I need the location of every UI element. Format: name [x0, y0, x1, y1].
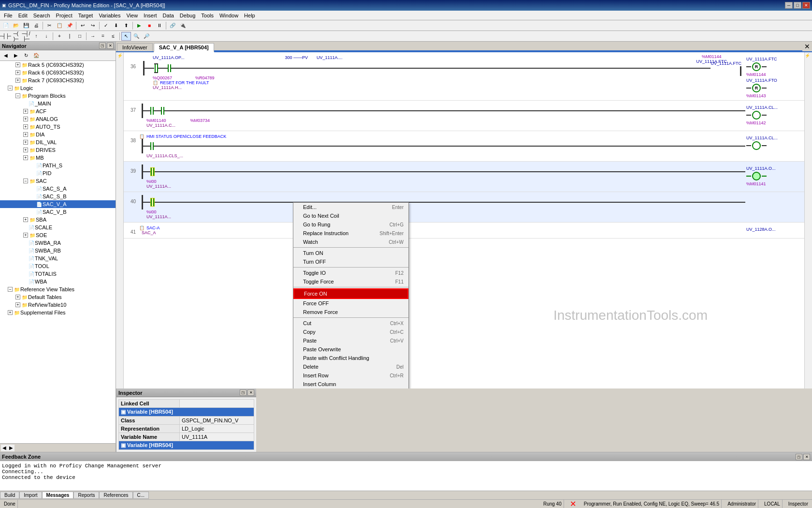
sac-expand[interactable]: − [23, 179, 28, 183]
tb-pause[interactable]: ⏸ [155, 21, 164, 30]
ctx-insert-row[interactable]: Insert Row Ctrl+R [293, 371, 408, 380]
tb2-posedge[interactable]: ↑ [31, 32, 41, 41]
tab-infoviewer[interactable]: InfoViewer [117, 43, 153, 51]
tree-item-main[interactable]: 📄 _MAIN [0, 100, 116, 107]
tree-item-defaulttables[interactable]: + 📁 Default Tables [0, 293, 116, 301]
nav-refresh[interactable]: ↻ [21, 51, 31, 60]
ctx-watch[interactable]: Watch Ctrl+W [293, 238, 408, 246]
tb-print[interactable]: 🖨 [31, 21, 41, 30]
tb2-search[interactable]: 🔍 [131, 32, 141, 41]
tb-run[interactable]: ▶ [134, 21, 144, 30]
tree-item-soe[interactable]: + 📁 SOE [0, 231, 116, 239]
refviewtables-expand[interactable]: − [8, 287, 13, 292]
nav-close-btn[interactable]: ✕ [107, 43, 114, 49]
tb-paste[interactable]: 📌 [65, 21, 74, 30]
tree-item-dia[interactable]: + 📁 DIA [0, 131, 116, 138]
ctx-copy[interactable]: Copy Ctrl+C [293, 328, 408, 336]
sba-expand[interactable]: + [23, 217, 28, 222]
tree-item-acf[interactable]: + 📁 ACF [0, 107, 116, 115]
tb-download[interactable]: ⬇ [111, 21, 121, 30]
tree-item-refviewtable10[interactable]: + 📁 RefViewTable10 [0, 301, 116, 309]
menu-file[interactable]: File [1, 12, 15, 19]
drives-expand[interactable]: + [23, 148, 28, 152]
tree-item-logic[interactable]: − 📁 Logic [0, 84, 116, 92]
menu-view[interactable]: View [123, 12, 141, 19]
tab-close-btn[interactable]: ✕ [802, 43, 812, 50]
tb2-block[interactable]: □ [75, 32, 85, 41]
tree-item-rack7[interactable]: + 📁 Rack 7 (IC693CHS392) [0, 76, 116, 84]
ctx-turn-on[interactable]: Turn ON [293, 249, 408, 257]
inspector-tab-btn[interactable]: Inspector [786, 501, 810, 507]
mb-expand[interactable]: + [23, 155, 28, 160]
tree-item-sacva[interactable]: 📄 SAC_V_A [0, 200, 116, 208]
ctx-toggle-force[interactable]: Toggle Force F11 [293, 277, 408, 286]
menu-variables[interactable]: Variables [96, 12, 123, 19]
tb-redo[interactable]: ↪ [88, 21, 98, 30]
tree-item-sacvb[interactable]: 📄 SAC_V_B [0, 208, 116, 216]
soe-expand[interactable]: + [23, 233, 28, 238]
menu-edit[interactable]: Edit [15, 12, 30, 19]
ctx-paste[interactable]: Paste Ctrl+V [293, 336, 408, 345]
menu-debug[interactable]: Debug [177, 12, 198, 19]
tb-undo[interactable]: ↩ [78, 21, 87, 30]
tree-item-sac[interactable]: − 📁 SAC [0, 177, 116, 185]
tb-upload[interactable]: ⬆ [121, 21, 131, 30]
tb-open[interactable]: 📂 [11, 21, 21, 30]
tb2-and[interactable]: + [55, 32, 64, 41]
bottom-tab-references[interactable]: References [99, 492, 132, 499]
tree-item-mb[interactable]: + 📁 MB [0, 154, 116, 162]
logic-expand[interactable]: − [8, 86, 13, 90]
tb2-negedge[interactable]: ↓ [42, 32, 51, 41]
nav-home[interactable]: 🏠 [31, 51, 41, 60]
inspector-float-btn[interactable]: ◳ [240, 389, 246, 396]
tree-item-sacsb[interactable]: 📄 SAC_S_B [0, 193, 116, 200]
tb-check[interactable]: ✓ [101, 21, 111, 30]
tree-item-progblocks[interactable]: − 📁 Program Blocks [0, 92, 116, 100]
nav-float-btn[interactable]: ◳ [99, 43, 106, 49]
ctx-force-off[interactable]: Force OFF [293, 299, 408, 308]
bottom-tab-reports[interactable]: Reports [73, 492, 99, 499]
tb2-contact[interactable]: ─┤├─ [1, 32, 11, 41]
ctx-edit[interactable]: Edit... Enter [293, 203, 408, 211]
menu-project[interactable]: Project [53, 12, 75, 19]
menu-help[interactable]: Help [241, 12, 258, 19]
ctx-force-on[interactable]: Force ON [293, 288, 408, 299]
nav-scroll-right[interactable]: ▶ [8, 445, 14, 451]
rack7-expand[interactable]: + [15, 78, 20, 83]
ctx-replace-instruction[interactable]: Replace Instruction Shift+Enter [293, 229, 408, 238]
menu-tools[interactable]: Tools [198, 12, 217, 19]
ctx-cut[interactable]: Cut Ctrl+X [293, 319, 408, 328]
tb2-math[interactable]: = [98, 32, 108, 41]
menu-data[interactable]: Data [160, 12, 177, 19]
feedback-float-btn[interactable]: ◳ [796, 454, 802, 460]
minimize-button[interactable]: ─ [785, 2, 793, 9]
tree-item-totalis[interactable]: 📄 TOTALIS [0, 270, 116, 278]
tree-item-suppfiles[interactable]: + 📁 Supplemental Files [0, 309, 116, 316]
tb2-or[interactable]: | [65, 32, 74, 41]
tree-item-tnkval[interactable]: 📄 TNK_VAL [0, 254, 116, 262]
bottom-tab-other[interactable]: C... [133, 492, 149, 499]
acf-expand[interactable]: + [23, 109, 28, 114]
bottom-tab-import[interactable]: Import [19, 492, 42, 499]
tb-online[interactable]: 🔗 [168, 21, 177, 30]
tree-item-rack6[interactable]: + 📁 Rack 6 (IC693CHS392) [0, 69, 116, 76]
ctx-goto-next-coil[interactable]: Go to Next Coil [293, 211, 408, 220]
tree-item-swbarb[interactable]: 📄 SWBA_RB [0, 247, 116, 254]
tb-offline[interactable]: 🔌 [178, 21, 188, 30]
close-button[interactable]: ✕ [802, 2, 810, 9]
ctx-turn-off[interactable]: Turn OFF [293, 257, 408, 266]
inspector-var-section[interactable]: ▣ Variable [HBR504] [119, 408, 254, 417]
menu-search[interactable]: Search [30, 12, 53, 19]
ctx-delete[interactable]: Delete Del [293, 362, 408, 371]
ctx-paste-overwrite[interactable]: Paste Overwrite [293, 345, 408, 354]
tb2-select[interactable]: ↖ [121, 32, 131, 41]
menu-target[interactable]: Target [75, 12, 96, 19]
tb2-compare[interactable]: ≤ [108, 32, 118, 41]
tree-item-analog[interactable]: + 📁 ANALOG [0, 115, 116, 123]
rack6-expand[interactable]: + [15, 70, 20, 75]
tree-item-tool[interactable]: 📄 TOOL [0, 262, 116, 270]
suppfiles-expand[interactable]: + [8, 310, 13, 315]
tb-stop[interactable]: ■ [145, 21, 154, 30]
ctx-remove-force[interactable]: Remove Force [293, 308, 408, 316]
tree-item-paths[interactable]: 📄 PATH_S [0, 162, 116, 169]
